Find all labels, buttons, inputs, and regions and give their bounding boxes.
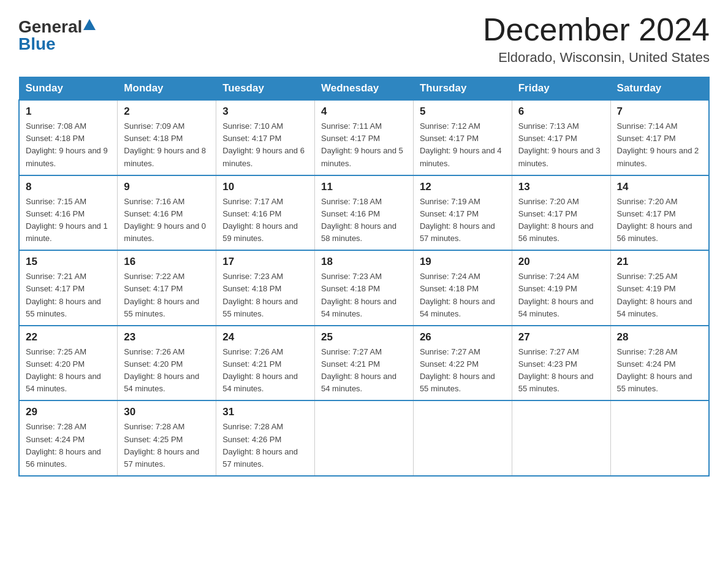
day-number: 6: [518, 105, 604, 118]
day-number: 17: [222, 256, 308, 268]
table-cell: 12Sunrise: 7:19 AMSunset: 4:17 PMDayligh…: [413, 175, 512, 251]
day-info: Sunrise: 7:13 AMSunset: 4:17 PMDaylight:…: [518, 120, 604, 170]
col-monday: Monday: [118, 77, 216, 101]
day-info: Sunrise: 7:24 AMSunset: 4:19 PMDaylight:…: [518, 270, 604, 320]
day-info: Sunrise: 7:21 AMSunset: 4:17 PMDaylight:…: [26, 270, 111, 320]
table-cell: 11Sunrise: 7:18 AMSunset: 4:16 PMDayligh…: [315, 175, 414, 251]
col-tuesday: Tuesday: [216, 77, 315, 101]
table-cell: [413, 400, 512, 476]
week-row-1: 1Sunrise: 7:08 AMSunset: 4:18 PMDaylight…: [19, 100, 709, 175]
table-cell: 21Sunrise: 7:25 AMSunset: 4:19 PMDayligh…: [610, 250, 709, 326]
table-cell: 6Sunrise: 7:13 AMSunset: 4:17 PMDaylight…: [512, 100, 610, 175]
table-cell: 5Sunrise: 7:12 AMSunset: 4:17 PMDaylight…: [413, 100, 512, 175]
table-cell: 15Sunrise: 7:21 AMSunset: 4:17 PMDayligh…: [19, 250, 118, 326]
day-info: Sunrise: 7:26 AMSunset: 4:20 PMDaylight:…: [124, 346, 210, 396]
table-cell: 3Sunrise: 7:10 AMSunset: 4:17 PMDaylight…: [216, 100, 315, 175]
table-cell: 26Sunrise: 7:27 AMSunset: 4:22 PMDayligh…: [413, 326, 512, 401]
day-info: Sunrise: 7:28 AMSunset: 4:25 PMDaylight:…: [124, 421, 210, 470]
logo-triangle-icon: [83, 19, 96, 30]
day-info: Sunrise: 7:20 AMSunset: 4:17 PMDaylight:…: [617, 196, 702, 245]
table-cell: 23Sunrise: 7:26 AMSunset: 4:20 PMDayligh…: [118, 326, 216, 401]
table-cell: 16Sunrise: 7:22 AMSunset: 4:17 PMDayligh…: [118, 250, 216, 326]
day-info: Sunrise: 7:27 AMSunset: 4:22 PMDaylight:…: [420, 346, 506, 396]
day-info: Sunrise: 7:24 AMSunset: 4:18 PMDaylight:…: [420, 270, 506, 320]
day-info: Sunrise: 7:28 AMSunset: 4:26 PMDaylight:…: [222, 421, 308, 470]
day-number: 7: [617, 105, 702, 118]
table-cell: 2Sunrise: 7:09 AMSunset: 4:18 PMDaylight…: [118, 100, 216, 175]
table-cell: 20Sunrise: 7:24 AMSunset: 4:19 PMDayligh…: [512, 250, 610, 326]
day-info: Sunrise: 7:16 AMSunset: 4:16 PMDaylight:…: [124, 196, 210, 245]
col-saturday: Saturday: [610, 77, 709, 101]
table-cell: 30Sunrise: 7:28 AMSunset: 4:25 PMDayligh…: [118, 400, 216, 476]
page-header: General Blue December 2024 Eldorado, Wis…: [18, 12, 710, 66]
table-cell: [315, 400, 414, 476]
col-wednesday: Wednesday: [315, 77, 414, 101]
table-cell: 19Sunrise: 7:24 AMSunset: 4:18 PMDayligh…: [413, 250, 512, 326]
day-number: 18: [321, 256, 407, 268]
col-friday: Friday: [512, 77, 610, 101]
day-info: Sunrise: 7:10 AMSunset: 4:17 PMDaylight:…: [222, 120, 308, 170]
table-cell: 13Sunrise: 7:20 AMSunset: 4:17 PMDayligh…: [512, 175, 610, 251]
day-info: Sunrise: 7:11 AMSunset: 4:17 PMDaylight:…: [321, 120, 407, 170]
header-row: Sunday Monday Tuesday Wednesday Thursday…: [19, 77, 709, 101]
day-number: 21: [617, 256, 702, 268]
table-cell: 31Sunrise: 7:28 AMSunset: 4:26 PMDayligh…: [216, 400, 315, 476]
day-number: 9: [124, 181, 210, 193]
day-info: Sunrise: 7:14 AMSunset: 4:17 PMDaylight:…: [617, 120, 702, 170]
table-cell: 29Sunrise: 7:28 AMSunset: 4:24 PMDayligh…: [19, 400, 118, 476]
day-info: Sunrise: 7:28 AMSunset: 4:24 PMDaylight:…: [26, 421, 111, 470]
day-number: 23: [124, 331, 210, 343]
day-info: Sunrise: 7:26 AMSunset: 4:21 PMDaylight:…: [222, 346, 308, 396]
week-row-3: 15Sunrise: 7:21 AMSunset: 4:17 PMDayligh…: [19, 250, 709, 326]
day-number: 30: [124, 406, 210, 418]
day-info: Sunrise: 7:25 AMSunset: 4:20 PMDaylight:…: [26, 346, 111, 396]
calendar-table: Sunday Monday Tuesday Wednesday Thursday…: [18, 77, 710, 477]
day-info: Sunrise: 7:18 AMSunset: 4:16 PMDaylight:…: [321, 196, 407, 245]
table-cell: 17Sunrise: 7:23 AMSunset: 4:18 PMDayligh…: [216, 250, 315, 326]
table-cell: 24Sunrise: 7:26 AMSunset: 4:21 PMDayligh…: [216, 326, 315, 401]
table-cell: 28Sunrise: 7:28 AMSunset: 4:24 PMDayligh…: [610, 326, 709, 401]
day-number: 12: [420, 181, 506, 193]
day-number: 1: [26, 105, 111, 118]
day-info: Sunrise: 7:23 AMSunset: 4:18 PMDaylight:…: [222, 270, 308, 320]
col-sunday: Sunday: [19, 77, 118, 101]
day-number: 4: [321, 105, 407, 118]
table-cell: 1Sunrise: 7:08 AMSunset: 4:18 PMDaylight…: [19, 100, 118, 175]
day-info: Sunrise: 7:23 AMSunset: 4:18 PMDaylight:…: [321, 270, 407, 320]
month-title: December 2024: [483, 12, 710, 47]
table-cell: [610, 400, 709, 476]
day-info: Sunrise: 7:28 AMSunset: 4:24 PMDaylight:…: [617, 346, 702, 396]
day-info: Sunrise: 7:22 AMSunset: 4:17 PMDaylight:…: [124, 270, 210, 320]
day-info: Sunrise: 7:09 AMSunset: 4:18 PMDaylight:…: [124, 120, 210, 170]
table-cell: 18Sunrise: 7:23 AMSunset: 4:18 PMDayligh…: [315, 250, 414, 326]
day-number: 3: [222, 105, 308, 118]
table-cell: 8Sunrise: 7:15 AMSunset: 4:16 PMDaylight…: [19, 175, 118, 251]
day-info: Sunrise: 7:27 AMSunset: 4:21 PMDaylight:…: [321, 346, 407, 396]
day-number: 13: [518, 181, 604, 193]
col-thursday: Thursday: [413, 77, 512, 101]
day-number: 22: [26, 331, 111, 343]
day-number: 25: [321, 331, 407, 343]
day-info: Sunrise: 7:08 AMSunset: 4:18 PMDaylight:…: [26, 120, 111, 170]
day-number: 27: [518, 331, 604, 343]
day-number: 31: [222, 406, 308, 418]
day-info: Sunrise: 7:17 AMSunset: 4:16 PMDaylight:…: [222, 196, 308, 245]
day-number: 29: [26, 406, 111, 418]
day-number: 14: [617, 181, 702, 193]
table-cell: 22Sunrise: 7:25 AMSunset: 4:20 PMDayligh…: [19, 326, 118, 401]
day-info: Sunrise: 7:20 AMSunset: 4:17 PMDaylight:…: [518, 196, 604, 245]
day-info: Sunrise: 7:25 AMSunset: 4:19 PMDaylight:…: [617, 270, 702, 320]
table-cell: 4Sunrise: 7:11 AMSunset: 4:17 PMDaylight…: [315, 100, 414, 175]
day-number: 5: [420, 105, 506, 118]
logo-general: General: [18, 18, 82, 36]
day-number: 2: [124, 105, 210, 118]
day-number: 19: [420, 256, 506, 268]
week-row-5: 29Sunrise: 7:28 AMSunset: 4:24 PMDayligh…: [19, 400, 709, 476]
day-number: 26: [420, 331, 506, 343]
table-cell: 10Sunrise: 7:17 AMSunset: 4:16 PMDayligh…: [216, 175, 315, 251]
title-area: December 2024 Eldorado, Wisconsin, Unite…: [483, 12, 710, 66]
table-cell: 14Sunrise: 7:20 AMSunset: 4:17 PMDayligh…: [610, 175, 709, 251]
table-cell: 7Sunrise: 7:14 AMSunset: 4:17 PMDaylight…: [610, 100, 709, 175]
day-number: 24: [222, 331, 308, 343]
table-cell: 9Sunrise: 7:16 AMSunset: 4:16 PMDaylight…: [118, 175, 216, 251]
